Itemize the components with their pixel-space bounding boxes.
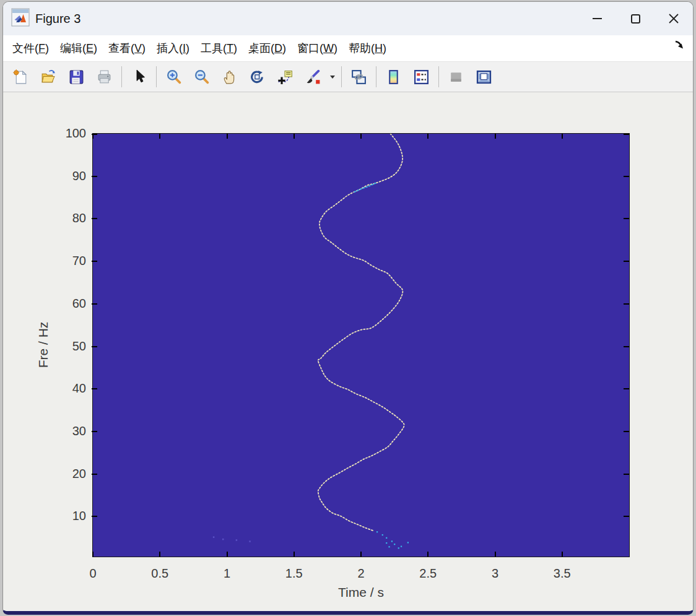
data-cursor-button[interactable] [271, 64, 299, 89]
y-tick-mark [92, 431, 97, 432]
y-tick-label: 100 [46, 126, 86, 141]
x-tick-label: 0 [65, 566, 121, 581]
y-tick-label: 90 [46, 169, 86, 184]
x-tick-mark [92, 552, 94, 557]
rotate-3d-button[interactable] [243, 64, 271, 89]
new-figure-button[interactable] [7, 64, 35, 89]
figure-toolbar [3, 62, 693, 92]
chevron-down-icon [329, 75, 336, 79]
x-tick-mark [227, 134, 228, 139]
link-plot-icon [350, 69, 367, 85]
y-tick-mark [624, 474, 629, 475]
x-tick-label: 3.5 [534, 566, 590, 581]
print-figure-button[interactable] [90, 64, 118, 89]
y-tick-label: 40 [46, 381, 86, 396]
x-tick-mark [360, 134, 362, 139]
menu-bar: 文件(F)编辑(E)查看(V)插入(I)工具(T)桌面(D)窗口(W)帮助(H) [3, 35, 693, 62]
insert-legend-button[interactable] [407, 64, 435, 89]
spectrogram-image[interactable] [93, 134, 629, 557]
toolbar-separator [121, 66, 122, 87]
menu-item-window[interactable]: 窗口(W) [292, 38, 343, 59]
y-tick-label: 50 [46, 339, 86, 354]
brush-options-button[interactable] [327, 64, 338, 89]
maximize-button[interactable] [616, 2, 655, 35]
printer-icon [96, 69, 113, 85]
toolbar-separator [341, 66, 342, 87]
zoom-out-icon [193, 69, 210, 85]
zoom-in-icon [165, 69, 182, 85]
zoom-out-button[interactable] [188, 64, 215, 89]
arrow-cursor-icon [131, 69, 147, 85]
title-bar: Figure 3 [3, 2, 693, 35]
y-tick-mark [92, 516, 97, 517]
y-tick-mark [92, 303, 97, 305]
x-tick-mark [495, 552, 496, 557]
x-tick-mark [562, 134, 563, 139]
close-button[interactable] [655, 2, 693, 35]
hide-plot-tools-button[interactable] [442, 64, 470, 89]
y-tick-mark [92, 346, 97, 347]
y-tick-mark [92, 176, 97, 177]
window-title: Figure 3 [35, 12, 80, 26]
y-tick-mark [92, 134, 97, 135]
y-tick-mark [624, 218, 629, 219]
menu-item-file[interactable]: 文件(F) [7, 38, 54, 59]
y-tick-label: 80 [46, 211, 86, 226]
menu-item-tools[interactable]: 工具(T) [195, 38, 243, 59]
figure-canvas-area: 00.511.522.533.5 102030405060708090100 T… [3, 92, 693, 611]
y-tick-label: 60 [46, 297, 86, 311]
menu-item-insert[interactable]: 插入(I) [151, 38, 195, 59]
menu-item-view[interactable]: 查看(V) [103, 38, 151, 59]
y-tick-label: 30 [46, 424, 86, 439]
x-tick-mark [294, 134, 295, 139]
matlab-figure-icon [11, 8, 30, 29]
x-tick-mark [495, 134, 496, 139]
save-figure-button[interactable] [63, 64, 90, 89]
link-plot-button[interactable] [345, 64, 373, 89]
show-plot-tools-button[interactable] [470, 64, 498, 89]
menu-item-help[interactable]: 帮助(H) [343, 38, 392, 59]
x-tick-mark [427, 552, 428, 557]
y-tick-label: 10 [46, 509, 86, 524]
y-tick-mark [624, 261, 629, 262]
x-tick-mark [562, 552, 563, 557]
x-tick-mark [360, 552, 362, 557]
x-tick-label: 2 [333, 566, 389, 581]
edit-plot-button[interactable] [125, 64, 153, 89]
y-tick-mark [624, 431, 629, 432]
insert-colorbar-button[interactable] [380, 64, 407, 89]
brush-data-button[interactable] [299, 64, 327, 89]
data-cursor-icon [277, 69, 294, 85]
y-tick-mark [624, 303, 629, 305]
toolbar-separator [156, 66, 157, 87]
minimize-button[interactable] [578, 2, 616, 35]
minimize-icon [593, 18, 602, 19]
y-tick-mark [624, 176, 629, 177]
x-tick-mark [427, 134, 428, 139]
dock-arrow-icon [673, 38, 685, 51]
hide-plot-tools-icon [448, 69, 464, 85]
axes-box: 00.511.522.533.5 102030405060708090100 T… [92, 133, 630, 557]
y-tick-mark [624, 134, 629, 135]
menu-item-desktop[interactable]: 桌面(D) [243, 38, 292, 59]
menu-item-edit[interactable]: 编辑(E) [54, 38, 103, 59]
y-axis-label: Fre / Hz [36, 283, 51, 407]
y-tick-mark [92, 218, 97, 219]
x-tick-mark [159, 134, 160, 139]
x-tick-label: 3 [468, 566, 523, 581]
y-tick-mark [624, 388, 629, 389]
maximize-icon [631, 14, 640, 24]
dock-figure-button[interactable] [669, 38, 689, 53]
brush-icon [305, 69, 321, 85]
legend-icon [413, 69, 430, 85]
pan-hand-icon [221, 69, 238, 85]
open-file-button[interactable] [35, 64, 63, 89]
toolbar-separator [438, 66, 439, 87]
close-icon [668, 13, 679, 24]
y-tick-mark [92, 474, 97, 475]
x-axis-label: Time / s [93, 585, 629, 600]
x-tick-mark [294, 552, 295, 557]
zoom-in-button[interactable] [160, 64, 188, 89]
pan-button[interactable] [215, 64, 243, 89]
y-tick-label: 20 [46, 467, 86, 482]
